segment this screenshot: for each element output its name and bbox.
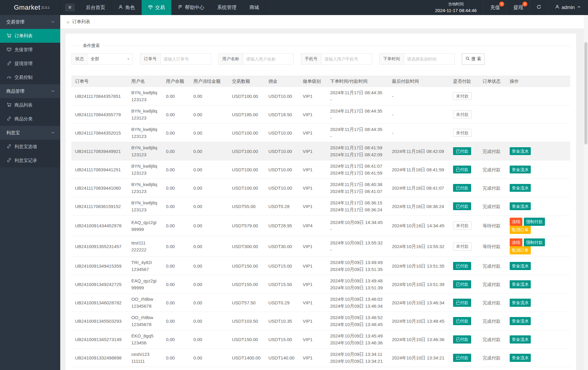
nav-item-help[interactable]: 帮助中心 [171,0,211,15]
action-force-button[interactable]: 强制付款 [524,238,545,247]
action-flow-button[interactable]: 资金流水 [510,335,531,344]
action-force-button[interactable]: 强制付款 [524,218,545,226]
search-legend: 条件搜索 [80,43,103,48]
username-cell: EAQ_qyz2gi 99999 [129,275,164,294]
balance-cell: 0.00 [164,124,191,142]
nav-item-system[interactable]: 系统管理 [211,0,243,15]
pay-state-cell: 已付款 [451,330,480,349]
actions-cell: 资金流水 [507,197,570,216]
action-flow-button[interactable]: 资金流水 [510,317,531,325]
action-flow-button[interactable]: 资金流水 [510,166,531,174]
search-icon [465,56,470,62]
action-freeze-button[interactable]: 冻结 [510,238,522,247]
sidebar-item-goods-category[interactable]: 商品分类 [0,112,60,126]
nav-item-dashboard[interactable]: 后台首页 [80,0,112,15]
account-text: 123123 [131,169,161,176]
pay-time-text: 2024年11月17日 08:42:09 [330,151,387,158]
chevron-down-icon [51,130,55,135]
username-filter: 用户名称 [218,53,294,65]
action-flow-button[interactable]: 资金流水 [510,184,531,192]
scrollbar-thumb[interactable] [584,42,587,145]
sidebar-group-trade[interactable]: 交易管理 [0,15,60,29]
sidebar-item-label: 充值管理 [14,47,33,53]
amount-cell: USDT300.00 [230,236,266,257]
search-button[interactable]: 搜 索 [462,53,485,65]
nav-item-label: 角色 [125,5,135,11]
order-time-cell: 2024年11月17日 08:44:35 - [328,124,389,142]
sidebar-item-trade-control[interactable]: 交易控制 [0,70,60,84]
sidebar-item-recharge-manage[interactable]: 充值管理 [0,43,60,57]
cart-icon [7,33,11,39]
table-row: UB2411170839441060 BYN_kw8j8q 123123 0.0… [71,179,570,197]
hamburger-icon[interactable]: ≡ [65,4,75,11]
nav-item-mall[interactable]: 商城 [243,0,266,15]
action-freeze-button[interactable]: 冻结 [510,218,522,226]
sidebar-item-goods-list[interactable]: 商品列表 [0,98,60,112]
sidebar-group-goods[interactable]: 商品管理 [0,84,60,98]
frozen-cell: 0.00 [191,312,230,330]
col-order-time: 下单时间/付款时间 [328,76,389,87]
order-no-cell: UB2410091349242725 [71,275,129,294]
action-cancel-button[interactable]: 取消订单 [510,246,531,254]
frozen-cell: 0.00 [191,367,230,370]
action-flow-button[interactable]: 资金流水 [510,299,531,307]
page-scrollbar[interactable] [584,15,588,370]
account-text: 123456 [131,339,161,346]
search-fieldset: 条件搜索 状态 全部 订单号 用户名称 [71,46,570,370]
refresh-button[interactable] [530,0,548,15]
order-time-text: 2024年10月09日 13:34:11 [330,351,387,358]
action-cancel-button[interactable]: 取消订单 [510,226,531,234]
username-text: BYN_kw8j8q [131,163,161,169]
order-no-cell: UB2410091434452978 [71,216,129,236]
action-flow-button[interactable]: 资金流水 [510,262,531,270]
order-no-cell: UB2411170839441060 [71,179,129,197]
phone-input[interactable] [324,57,369,61]
level-cell: VIP1 [300,367,328,370]
sidebar-group-lixibao[interactable]: 利息宝 [0,126,60,140]
page-title: 订单列表 [72,19,90,25]
recharge-button[interactable]: 充值 0 [483,0,506,15]
last-pay-time-cell: 2024年11月18日 08:36:24 [389,197,451,216]
order-time-text: 2024年10月09日 13:46:52 [330,314,387,321]
pay-state-badge: 已付款 [453,335,471,344]
content-card: 条件搜索 状态 全部 订单号 用户名称 [65,34,576,370]
amount-cell: USDT100.00 [230,179,266,197]
action-flow-button[interactable]: 资金流水 [510,202,531,210]
app-version: 21.0.1 [41,6,50,9]
pay-time-text: 2024年10月09日 13:51:39 [330,284,387,291]
order-status-cell [480,105,507,124]
amount-cell: USDT1000.00 [230,367,266,370]
withdraw-button[interactable]: 提现 0 [506,0,530,15]
gauge-icon [7,75,11,80]
action-flow-button[interactable]: 资金流水 [510,147,531,155]
commission-cell: USDT28.95 [266,216,300,236]
level-cell: VIP1 [300,105,328,124]
order-no-cell: UB2410091346028782 [71,294,129,312]
order-no-cell: UB2410091332498898 [71,349,129,367]
sidebar-item-withdraw-manage[interactable]: 提现管理 [0,57,60,70]
sidebar-item-lixibao-options[interactable]: 利息宝选项 [0,140,60,154]
username-input[interactable] [246,57,290,61]
action-flow-button[interactable]: 资金流水 [510,280,531,288]
admin-menu[interactable]: admin [548,0,588,15]
last-pay-time-cell: 2024年10月10日 13:51:39 [389,275,451,294]
level-cell: VIP1 [300,87,328,105]
nav-item-roles[interactable]: 角色 [112,0,142,15]
action-flow-button[interactable]: 资金流水 [510,354,531,362]
order-time-input[interactable] [407,57,451,61]
amount-cell: USDT55.00 [230,197,266,216]
frozen-cell: 0.00 [191,349,230,367]
commission-cell: USDT15.50 [266,275,300,294]
sidebar-item-order-list[interactable]: 订单列表 [0,29,60,43]
order-status-cell: 完成付款 [480,257,507,275]
nav-item-trade[interactable]: 交易 [142,0,171,15]
status-select[interactable]: 全部 [88,53,133,65]
order-time-cell: 2024年10月09日 13:49:48 2024年10月09日 13:51:3… [328,275,389,294]
top-navbar: Gmarket 21.0.1 ≡ 后台首页 角色 交易 帮助中心 系统管理 商城… [0,0,588,15]
order-status-cell: 完成付款 [480,179,507,197]
order-no-input[interactable] [164,57,208,61]
search-button-label: 搜 索 [471,56,481,62]
sidebar-item-lixibao-records[interactable]: 利息宝记录 [0,154,60,167]
order-time-label: 下单时间 [379,53,404,65]
account-text: 12345678 [131,321,161,328]
